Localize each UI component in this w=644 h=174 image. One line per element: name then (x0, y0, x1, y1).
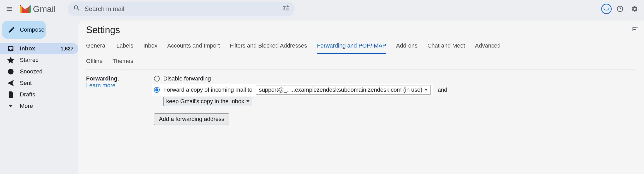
status-icon[interactable] (601, 4, 612, 14)
tab-advanced[interactable]: Advanced (475, 39, 500, 54)
sidebar-item-inbox[interactable]: Inbox 1,627 (0, 43, 78, 54)
radio-disable-forwarding[interactable]: Disable forwarding (154, 75, 636, 82)
compose-label: Compose (20, 26, 44, 33)
search-input[interactable] (85, 5, 282, 13)
radio-forward-row[interactable]: Forward a copy of incoming mail to suppo… (152, 84, 432, 96)
main-panel: Settings GeneralLabelsInboxAccounts and … (78, 20, 644, 174)
keyboard-icon[interactable] (633, 27, 639, 31)
app-name: Gmail (33, 4, 55, 14)
tab-labels[interactable]: Labels (116, 39, 133, 54)
clock-icon (7, 68, 14, 75)
sidebar-item-label: Inbox (20, 45, 55, 52)
page-title: Settings (86, 25, 636, 36)
file-icon (7, 91, 14, 98)
tab-forwarding-and-pop-imap[interactable]: Forwarding and POP/IMAP (317, 39, 386, 54)
sidebar-item-label: Starred (20, 57, 74, 63)
forward-address-select[interactable]: support@_. ...examplezendesksubdomain.ze… (256, 85, 430, 95)
radio-label: Disable forwarding (163, 75, 211, 82)
sidebar-item-drafts[interactable]: Drafts (0, 89, 78, 100)
learn-more-link[interactable]: Learn more (86, 82, 116, 89)
tab-offline[interactable]: Offline (86, 54, 103, 69)
sidebar-item-label: More (20, 103, 74, 109)
gmail-logo[interactable]: Gmail (20, 4, 55, 14)
search-icon[interactable] (73, 4, 80, 13)
radio-label: Forward a copy of incoming mail to (163, 86, 252, 93)
tab-add-ons[interactable]: Add-ons (396, 39, 418, 54)
send-icon (7, 80, 14, 86)
chevron-down-icon (7, 103, 14, 109)
tab-themes[interactable]: Themes (112, 54, 133, 69)
sidebar-item-starred[interactable]: Starred (0, 54, 78, 66)
tab-chat-and-meet[interactable]: Chat and Meet (427, 39, 465, 54)
sidebar-item-label: Drafts (20, 91, 74, 98)
radio-icon[interactable] (154, 87, 160, 93)
gmail-mark-icon (20, 5, 31, 13)
main-menu-icon[interactable] (3, 3, 16, 15)
search-tune-icon[interactable] (282, 4, 290, 13)
inbox-count: 1,627 (61, 46, 74, 52)
compose-button[interactable]: Compose (2, 21, 46, 39)
sidebar-item-more[interactable]: More (0, 100, 78, 112)
radio-icon[interactable] (154, 76, 160, 82)
sidebar-item-label: Snoozed (20, 68, 74, 75)
search-bar[interactable] (68, 2, 295, 16)
gear-icon[interactable] (628, 3, 641, 15)
inbox-icon (7, 45, 14, 52)
sidebar: Compose Inbox 1,627 Starred Snoozed Sent (0, 18, 78, 174)
settings-tabs: GeneralLabelsInboxAccounts and ImportFil… (86, 39, 636, 54)
keep-copy-select[interactable]: keep Gmail's copy in the Inbox (163, 97, 252, 106)
tab-inbox[interactable]: Inbox (143, 39, 157, 54)
tab-general[interactable]: General (86, 39, 106, 54)
add-forwarding-address-button[interactable]: Add a forwarding address (154, 113, 229, 125)
tab-filters-and-blocked-addresses[interactable]: Filters and Blocked Addresses (230, 39, 307, 54)
settings-tabs-row2: OfflineThemes (86, 54, 636, 69)
sidebar-item-sent[interactable]: Sent (0, 77, 78, 89)
help-icon[interactable] (614, 3, 626, 15)
sidebar-item-label: Sent (20, 80, 74, 86)
section-title: Forwarding: (86, 75, 144, 82)
and-text: and (438, 86, 448, 93)
star-icon (7, 57, 14, 63)
sidebar-item-snoozed[interactable]: Snoozed (0, 66, 78, 77)
tab-accounts-and-import[interactable]: Accounts and Import (167, 39, 220, 54)
